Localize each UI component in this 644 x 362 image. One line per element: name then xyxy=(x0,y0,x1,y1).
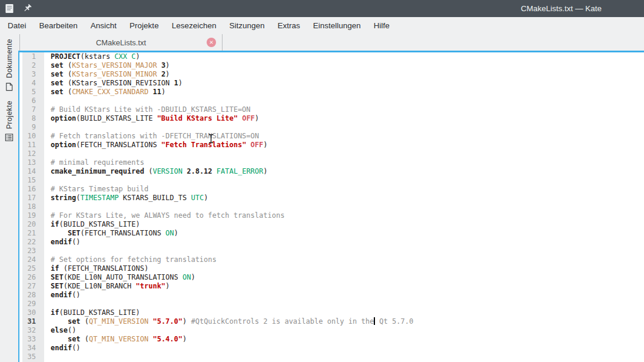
line-number[interactable]: 19 xyxy=(19,211,44,220)
menu-item-ansicht[interactable]: Ansicht xyxy=(84,17,123,34)
line-number[interactable]: 12 xyxy=(19,150,44,158)
code-line[interactable]: 8option(BUILD_KSTARS_LITE "Build KStars … xyxy=(19,114,644,123)
menu-item-projekte[interactable]: Projekte xyxy=(123,17,165,34)
line-number[interactable]: 9 xyxy=(19,123,44,132)
menu-item-bearbeiten[interactable]: Bearbeiten xyxy=(33,17,84,34)
line-number[interactable]: 35 xyxy=(19,353,44,361)
line-number[interactable]: 7 xyxy=(19,105,44,114)
code-text xyxy=(44,247,51,255)
line-number[interactable]: 26 xyxy=(19,273,44,282)
sidebar-item-label: Dokumente xyxy=(5,39,14,78)
code-line[interactable]: 12 xyxy=(19,150,644,158)
line-number[interactable]: 24 xyxy=(19,255,44,264)
code-text: PROJECT(kstars CXX C) xyxy=(44,52,140,61)
code-area: 1PROJECT(kstars CXX C)2set (KStars_VERSI… xyxy=(19,52,644,361)
menu-item-einstellungen[interactable]: Einstellungen xyxy=(307,17,367,34)
line-number[interactable]: 25 xyxy=(19,264,44,273)
line-number[interactable]: 22 xyxy=(19,238,44,247)
line-number[interactable]: 30 xyxy=(19,308,44,317)
code-text: if(BUILD_KSTARS_LITE) xyxy=(44,308,140,317)
code-text: endif() xyxy=(44,344,81,353)
line-number[interactable]: 23 xyxy=(19,247,44,255)
code-line[interactable]: 18 xyxy=(19,202,644,211)
code-line[interactable]: 7# Build KStars Lite with -DBUILD_KSTARS… xyxy=(19,105,644,114)
code-line[interactable]: 3set (KStars_VERSION_MINOR 2) xyxy=(19,70,644,79)
line-number[interactable]: 34 xyxy=(19,344,44,353)
line-number[interactable]: 33 xyxy=(19,335,44,344)
code-line[interactable]: 5set (CMAKE_CXX_STANDARD 11) xyxy=(19,88,644,97)
line-number[interactable]: 31 xyxy=(19,317,44,326)
code-line[interactable]: 27SET(KDE_L10N_BRANCH "trunk") xyxy=(19,282,644,291)
code-line[interactable]: 28endif() xyxy=(19,291,644,300)
line-number[interactable]: 14 xyxy=(19,167,44,176)
code-line[interactable]: 26SET(KDE_L10N_AUTO_TRANSLATIONS ON) xyxy=(19,273,644,282)
line-number[interactable]: 20 xyxy=(19,220,44,229)
code-line[interactable]: 2set (KStars_VERSION_MAJOR 3) xyxy=(19,61,644,70)
code-line[interactable]: 35 xyxy=(19,353,644,361)
line-number[interactable]: 6 xyxy=(19,97,44,105)
line-number[interactable]: 32 xyxy=(19,326,44,335)
menu-item-hilfe[interactable]: Hilfe xyxy=(367,17,396,34)
code-line[interactable]: 4set (KStars_VERSION_REVISION 1) xyxy=(19,79,644,88)
line-number[interactable]: 4 xyxy=(19,79,44,88)
code-line[interactable]: 17string(TIMESTAMP KSTARS_BUILD_TS UTC) xyxy=(19,194,644,202)
code-line[interactable]: 13# minimal requirements xyxy=(19,158,644,167)
code-text xyxy=(44,123,51,132)
line-number[interactable]: 13 xyxy=(19,158,44,167)
line-number[interactable]: 5 xyxy=(19,88,44,97)
pin-icon[interactable] xyxy=(22,4,32,14)
code-line[interactable]: 15 xyxy=(19,176,644,185)
code-line[interactable]: 23 xyxy=(19,247,644,255)
line-number[interactable]: 8 xyxy=(19,114,44,123)
line-number[interactable]: 10 xyxy=(19,132,44,141)
sidebar-item-projekte[interactable]: Projekte xyxy=(5,101,14,142)
code-text: set (CMAKE_CXX_STANDARD 11) xyxy=(44,88,165,97)
code-line[interactable]: 11option(FETCH_TRANSLATIONS "Fetch Trans… xyxy=(19,141,644,150)
code-text xyxy=(44,97,51,105)
code-text: string(TIMESTAMP KSTARS_BUILD_TS UTC) xyxy=(44,194,208,202)
close-icon[interactable]: ✕ xyxy=(207,38,216,47)
line-number[interactable]: 29 xyxy=(19,300,44,308)
code-line[interactable]: 22endif() xyxy=(19,238,644,247)
code-line[interactable]: 34endif() xyxy=(19,344,644,353)
line-number[interactable]: 27 xyxy=(19,282,44,291)
code-line[interactable]: 19# For KStars Lite, we ALWAYS need to f… xyxy=(19,211,644,220)
menu-item-datei[interactable]: Datei xyxy=(1,17,33,34)
code-text: SET(KDE_L10N_BRANCH "trunk") xyxy=(44,282,170,291)
menu-bar: DateiBearbeitenAnsichtProjekteLesezeiche… xyxy=(0,17,644,34)
menu-item-lesezeichen[interactable]: Lesezeichen xyxy=(165,17,223,34)
line-number[interactable]: 28 xyxy=(19,291,44,300)
code-line[interactable]: 29 xyxy=(19,300,644,308)
code-line[interactable]: 24# Set options for fetching translation… xyxy=(19,255,644,264)
line-number[interactable]: 1 xyxy=(19,52,44,61)
code-line[interactable]: 21 SET(FETCH_TRANSLATIONS ON) xyxy=(19,229,644,238)
code-line[interactable]: 1PROJECT(kstars CXX C) xyxy=(19,52,644,61)
code-line[interactable]: 10# Fetch translations with -DFETCH_TRAN… xyxy=(19,132,644,141)
code-line[interactable]: 9 xyxy=(19,123,644,132)
code-line[interactable]: 30if(BUILD_KSTARS_LITE) xyxy=(19,308,644,317)
code-line[interactable]: 33 set (QT_MIN_VERSION "5.4.0") xyxy=(19,335,644,344)
line-number[interactable]: 3 xyxy=(19,70,44,79)
line-number[interactable]: 11 xyxy=(19,141,44,150)
code-line[interactable]: 20if(BUILD_KSTARS_LITE) xyxy=(19,220,644,229)
sidebar-item-dokumente[interactable]: Dokumente xyxy=(5,39,14,91)
code-line[interactable]: 16# KStars Timestap build xyxy=(19,185,644,194)
line-number[interactable]: 15 xyxy=(19,176,44,185)
code-text xyxy=(44,300,51,308)
line-number[interactable]: 17 xyxy=(19,194,44,202)
code-text: option(BUILD_KSTARS_LITE "Build KStars L… xyxy=(44,114,259,123)
code-line[interactable]: 14cmake_minimum_required (VERSION 2.8.12… xyxy=(19,167,644,176)
tab-cmakelists[interactable]: CMakeLists.txt ✕ xyxy=(19,34,223,51)
code-line[interactable]: 6 xyxy=(19,97,644,105)
code-line[interactable]: 32else() xyxy=(19,326,644,335)
text-editor[interactable]: 1PROJECT(kstars CXX C)2set (KStars_VERSI… xyxy=(18,52,644,362)
line-number[interactable]: 21 xyxy=(19,229,44,238)
line-number[interactable]: 16 xyxy=(19,185,44,194)
line-number[interactable]: 2 xyxy=(19,61,44,70)
menu-item-sitzungen[interactable]: Sitzungen xyxy=(223,17,271,34)
line-number[interactable]: 18 xyxy=(19,202,44,211)
code-line[interactable]: 25if (FETCH_TRANSLATIONS) xyxy=(19,264,644,273)
code-text xyxy=(44,176,51,185)
code-line[interactable]: 31 set (QT_MIN_VERSION "5.7.0") #QtQuick… xyxy=(19,317,644,326)
menu-item-extras[interactable]: Extras xyxy=(271,17,307,34)
